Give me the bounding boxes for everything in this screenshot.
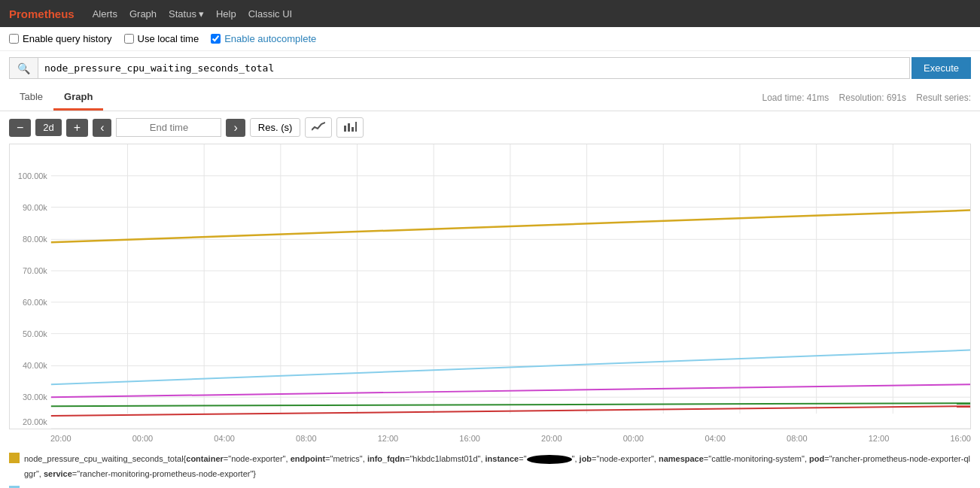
- svg-text:70.00k: 70.00k: [23, 266, 47, 275]
- svg-text:20.00k: 20.00k: [23, 417, 47, 426]
- next-button[interactable]: ›: [226, 119, 245, 137]
- nav-alerts[interactable]: Alerts: [93, 8, 117, 20]
- x-label-11: 16:00: [950, 434, 971, 443]
- tab-graph[interactable]: Graph: [53, 85, 103, 111]
- svg-text:50.00k: 50.00k: [23, 329, 47, 338]
- legend-color-1: [9, 486, 20, 488]
- legend-item-0: node_pressure_cpu_waiting_seconds_total{…: [9, 452, 971, 482]
- x-label-3: 08:00: [296, 434, 317, 443]
- svg-text:30.00k: 30.00k: [23, 393, 47, 402]
- toolbar: Enable query history Use local time Enab…: [0, 27, 980, 51]
- bar-chart-button[interactable]: [336, 117, 364, 138]
- x-label-8: 04:00: [705, 434, 726, 443]
- x-label-1: 00:00: [132, 434, 154, 443]
- x-label-9: 08:00: [787, 434, 808, 443]
- end-time-input[interactable]: [116, 118, 221, 137]
- legend-text-0: node_pressure_cpu_waiting_seconds_total{…: [24, 452, 971, 482]
- tab-table[interactable]: Table: [9, 85, 53, 111]
- line-chart-button[interactable]: [305, 117, 332, 138]
- legend-color-0: [9, 453, 20, 463]
- svg-text:40.00k: 40.00k: [23, 361, 47, 370]
- load-time: Load time: 41ms: [762, 92, 829, 103]
- chart-area: 100.00k 90.00k 80.00k 70.00k 60.00k 50.0…: [9, 144, 971, 429]
- duration-label: 2d: [35, 119, 61, 136]
- resolution: Resolution: 691s: [839, 92, 906, 103]
- svg-rect-0: [344, 126, 346, 132]
- x-label-5: 16:00: [459, 434, 480, 443]
- svg-text:90.00k: 90.00k: [23, 203, 47, 212]
- x-label-2: 04:00: [214, 434, 235, 443]
- graph-controls: − 2d + ‹ › Res. (s): [0, 111, 980, 144]
- legend-item-1: node_pressure_cpu_waiting_seconds_total{…: [9, 485, 971, 488]
- nav-classic-ui[interactable]: Classic UI: [248, 8, 293, 20]
- autocomplete-checkbox[interactable]: [211, 34, 221, 44]
- autocomplete-checkbox-label[interactable]: Enable autocomplete: [211, 33, 316, 44]
- query-input[interactable]: [38, 57, 910, 79]
- nav-status-dropdown[interactable]: Status ▾: [169, 8, 204, 20]
- nav-help[interactable]: Help: [216, 8, 236, 20]
- legend-text-1: node_pressure_cpu_waiting_seconds_total{…: [24, 485, 971, 488]
- brand-logo: Prometheus: [9, 8, 75, 20]
- bar-chart-icon: [343, 121, 357, 132]
- svg-rect-1: [348, 123, 350, 132]
- svg-rect-3: [355, 122, 357, 132]
- x-label-6: 20:00: [541, 434, 562, 443]
- svg-text:100.00k: 100.00k: [18, 171, 47, 180]
- x-label-10: 12:00: [869, 434, 890, 443]
- svg-rect-2: [352, 127, 354, 132]
- nav-graph[interactable]: Graph: [129, 8, 157, 20]
- search-icon: 🔍: [9, 57, 38, 79]
- local-time-checkbox-label[interactable]: Use local time: [124, 33, 199, 44]
- local-time-checkbox[interactable]: [124, 34, 134, 44]
- zoom-out-button[interactable]: −: [9, 119, 31, 137]
- svg-text:60.00k: 60.00k: [23, 298, 47, 307]
- chart-svg: 100.00k 90.00k 80.00k 70.00k 60.00k 50.0…: [10, 144, 970, 429]
- resolution-button[interactable]: Res. (s): [250, 118, 301, 137]
- prev-button[interactable]: ‹: [93, 119, 111, 137]
- result-series: Result series:: [916, 92, 971, 103]
- x-label-0: 20:00: [50, 434, 72, 443]
- meta-info: Load time: 41ms Resolution: 691s Result …: [762, 92, 972, 103]
- svg-text:80.00k: 80.00k: [23, 235, 47, 244]
- zoom-in-button[interactable]: +: [66, 119, 88, 137]
- query-history-checkbox-label[interactable]: Enable query history: [9, 33, 112, 44]
- x-label-4: 12:00: [378, 434, 399, 443]
- tabs-row: Table Graph Load time: 41ms Resolution: …: [0, 85, 980, 111]
- search-row: 🔍 Execute: [0, 51, 980, 85]
- x-label-7: 00:00: [623, 434, 644, 443]
- x-axis: 20:00 00:00 04:00 08:00 12:00 16:00 20:0…: [9, 431, 971, 446]
- legend: node_pressure_cpu_waiting_seconds_total{…: [0, 446, 980, 488]
- query-history-checkbox[interactable]: [9, 34, 19, 44]
- execute-button[interactable]: Execute: [912, 57, 971, 79]
- line-chart-icon: [312, 121, 325, 132]
- navbar: Prometheus Alerts Graph Status ▾ Help Cl…: [0, 0, 980, 27]
